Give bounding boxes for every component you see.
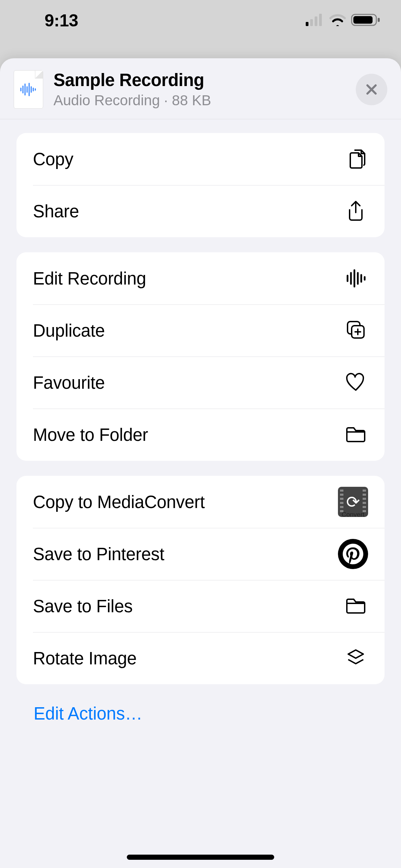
wifi-icon bbox=[329, 14, 346, 27]
duplicate-row[interactable]: Duplicate bbox=[16, 304, 385, 357]
file-title: Sample Recording bbox=[53, 70, 356, 90]
row-label: Rotate Image bbox=[33, 648, 137, 668]
svg-rect-3 bbox=[319, 14, 322, 26]
battery-icon bbox=[351, 13, 380, 28]
row-label: Save to Pinterest bbox=[33, 544, 164, 564]
status-icons bbox=[306, 13, 380, 28]
file-subtitle: Audio Recording · 88 KB bbox=[53, 92, 356, 109]
row-label: Duplicate bbox=[33, 321, 105, 341]
shortcut-icon bbox=[343, 646, 368, 671]
action-sheet: Sample Recording Audio Recording · 88 KB… bbox=[0, 58, 401, 868]
edit-actions-button[interactable]: Edit Actions… bbox=[16, 699, 385, 724]
folder-icon bbox=[343, 594, 368, 618]
status-bar: 9:13 bbox=[0, 0, 401, 34]
close-icon bbox=[365, 83, 378, 96]
sheet-content: Copy Share bbox=[0, 119, 401, 868]
mediaconvert-app-icon: ⟳ Convert bbox=[338, 487, 368, 517]
copy-row[interactable]: Copy bbox=[16, 133, 385, 185]
waveform-icon bbox=[343, 266, 368, 291]
svg-rect-6 bbox=[378, 18, 380, 22]
close-button[interactable] bbox=[356, 74, 387, 105]
edit-recording-row[interactable]: Edit Recording bbox=[16, 252, 385, 304]
action-group: Edit Recording Duplicate bbox=[16, 252, 385, 461]
cellular-signal-icon bbox=[306, 14, 324, 27]
move-to-folder-row[interactable]: Move to Folder bbox=[16, 409, 385, 461]
share-icon bbox=[343, 199, 368, 224]
rotate-image-row[interactable]: Rotate Image bbox=[16, 632, 385, 684]
row-label: Move to Folder bbox=[33, 425, 148, 445]
sheet-header: Sample Recording Audio Recording · 88 KB bbox=[0, 58, 401, 119]
duplicate-icon bbox=[343, 318, 368, 343]
share-row[interactable]: Share bbox=[16, 185, 385, 237]
favourite-row[interactable]: Favourite bbox=[16, 357, 385, 409]
audio-wave-icon bbox=[19, 83, 38, 96]
svg-rect-0 bbox=[306, 22, 308, 26]
svg-rect-2 bbox=[315, 16, 317, 26]
action-group: Copy Share bbox=[16, 133, 385, 237]
svg-rect-5 bbox=[353, 16, 373, 24]
copy-to-mediaconvert-row[interactable]: Copy to MediaConvert ⟳ Convert bbox=[16, 476, 385, 528]
status-time: 9:13 bbox=[45, 11, 78, 31]
save-to-pinterest-row[interactable]: Save to Pinterest bbox=[16, 528, 385, 580]
folder-icon bbox=[343, 422, 368, 447]
row-label: Copy bbox=[33, 149, 73, 169]
save-to-files-row[interactable]: Save to Files bbox=[16, 580, 385, 632]
file-thumbnail bbox=[14, 70, 43, 109]
copy-icon bbox=[343, 147, 368, 171]
mediaconvert-app-label: Convert bbox=[342, 511, 365, 518]
pinterest-app-icon bbox=[338, 539, 368, 569]
row-label: Save to Files bbox=[33, 596, 133, 616]
row-label: Edit Recording bbox=[33, 268, 146, 289]
row-label: Favourite bbox=[33, 373, 105, 393]
svg-rect-1 bbox=[310, 19, 313, 26]
action-group: Copy to MediaConvert ⟳ Convert Save to P… bbox=[16, 476, 385, 684]
heart-icon bbox=[343, 370, 368, 395]
home-indicator[interactable] bbox=[127, 855, 274, 860]
row-label: Share bbox=[33, 201, 79, 221]
row-label: Copy to MediaConvert bbox=[33, 492, 205, 512]
